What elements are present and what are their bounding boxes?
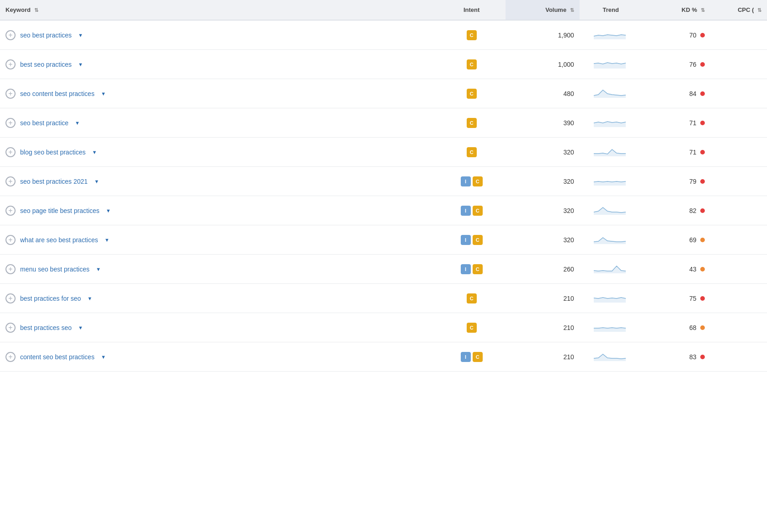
add-keyword-button[interactable]: + <box>5 323 16 333</box>
kd-sort-icon[interactable]: ⇅ <box>701 7 705 13</box>
col-header-cpc[interactable]: CPC ( ⇅ <box>710 0 767 20</box>
kd-value: 70 <box>689 32 697 39</box>
keyword-link[interactable]: blog seo best practices <box>20 149 85 156</box>
intent-badge-i[interactable]: I <box>461 264 471 274</box>
keyword-link[interactable]: best seo practices <box>20 61 72 68</box>
intent-badge-i[interactable]: I <box>461 235 471 245</box>
cpc-cell <box>710 284 767 313</box>
intent-badge-c[interactable]: C <box>467 118 477 128</box>
keyword-dropdown-arrow[interactable]: ▼ <box>78 32 83 38</box>
volume-cell: 390 <box>506 108 580 138</box>
add-keyword-button[interactable]: + <box>5 235 16 245</box>
keyword-cell-5: +seo best practices 2021 ▼ <box>0 167 437 196</box>
col-header-kd[interactable]: KD % ⇅ <box>642 0 710 20</box>
intent-badge-i[interactable]: I <box>461 206 471 216</box>
keyword-link[interactable]: seo best practice <box>20 119 69 127</box>
trend-sparkline <box>594 28 628 41</box>
intent-badge-c[interactable]: C <box>467 147 477 157</box>
keyword-dropdown-arrow[interactable]: ▼ <box>106 208 111 213</box>
intent-badge-c[interactable]: C <box>473 235 483 245</box>
add-keyword-button[interactable]: + <box>5 264 16 274</box>
kd-cell: 68 <box>642 313 710 342</box>
volume-cell: 320 <box>506 167 580 196</box>
add-keyword-button[interactable]: + <box>5 118 16 128</box>
keyword-dropdown-arrow[interactable]: ▼ <box>94 179 99 184</box>
intent-badge-c[interactable]: C <box>473 176 483 186</box>
intent-badge-c[interactable]: C <box>467 59 477 69</box>
kd-cell: 76 <box>642 50 710 79</box>
keyword-link[interactable]: menu seo best practices <box>20 266 90 273</box>
keyword-link[interactable]: seo content best practices <box>20 90 95 97</box>
keyword-dropdown-arrow[interactable]: ▼ <box>92 149 97 155</box>
kd-cell: 83 <box>642 342 710 372</box>
keyword-link[interactable]: best practices seo <box>20 324 72 331</box>
intent-cell: C <box>437 138 506 167</box>
add-keyword-button[interactable]: + <box>5 147 16 157</box>
keyword-dropdown-arrow[interactable]: ▼ <box>78 325 83 330</box>
trend-sparkline <box>594 203 628 216</box>
intent-badge-i[interactable]: I <box>461 352 471 362</box>
keyword-dropdown-arrow[interactable]: ▼ <box>101 354 106 360</box>
kd-dot <box>700 296 705 301</box>
add-keyword-button[interactable]: + <box>5 30 16 40</box>
intent-badge-c[interactable]: C <box>473 264 483 274</box>
keyword-dropdown-arrow[interactable]: ▼ <box>104 237 109 243</box>
keyword-link[interactable]: seo best practices 2021 <box>20 178 88 185</box>
intent-badge-c[interactable]: C <box>467 30 477 40</box>
trend-cell <box>580 79 642 108</box>
keyword-dropdown-arrow[interactable]: ▼ <box>96 266 101 272</box>
kd-value: 71 <box>689 119 697 127</box>
intent-cell: C <box>437 284 506 313</box>
keyword-link[interactable]: seo page title best practices <box>20 207 100 214</box>
keyword-dropdown-arrow[interactable]: ▼ <box>87 296 92 301</box>
intent-cell: C <box>437 79 506 108</box>
kd-value: 84 <box>689 90 697 97</box>
keyword-dropdown-arrow[interactable]: ▼ <box>101 91 106 96</box>
add-keyword-button[interactable]: + <box>5 293 16 303</box>
cpc-cell <box>710 79 767 108</box>
kd-value: 43 <box>689 266 697 273</box>
volume-sort-icon[interactable]: ⇅ <box>570 7 574 13</box>
kd-cell: 82 <box>642 196 710 225</box>
cpc-sort-icon[interactable]: ⇅ <box>757 7 762 13</box>
add-keyword-button[interactable]: + <box>5 176 16 186</box>
trend-cell <box>580 225 642 255</box>
cpc-cell <box>710 167 767 196</box>
add-keyword-button[interactable]: + <box>5 89 16 99</box>
add-keyword-button[interactable]: + <box>5 59 16 69</box>
add-keyword-button[interactable]: + <box>5 352 16 362</box>
keyword-cell-3: +seo best practice ▼ <box>0 108 437 138</box>
col-header-keyword[interactable]: Keyword ⇅ <box>0 0 437 20</box>
keyword-link[interactable]: seo best practices <box>20 32 72 39</box>
keyword-cell-9: +best practices for seo ▼ <box>0 284 437 313</box>
add-keyword-button[interactable]: + <box>5 206 16 216</box>
kd-dot <box>700 355 705 359</box>
intent-cell: IC <box>437 167 506 196</box>
intent-badge-c[interactable]: C <box>467 89 477 99</box>
table-row: +best practices seo ▼C210 68 <box>0 313 767 342</box>
intent-badge-c[interactable]: C <box>467 293 477 303</box>
table-row: +seo best practices 2021 ▼IC320 79 <box>0 167 767 196</box>
trend-cell <box>580 255 642 284</box>
kd-dot <box>700 325 705 330</box>
table-row: +what are seo best practices ▼IC320 69 <box>0 225 767 255</box>
keyword-cell-4: +blog seo best practices ▼ <box>0 138 437 167</box>
keyword-link[interactable]: what are seo best practices <box>20 236 98 244</box>
intent-badge-i[interactable]: I <box>461 176 471 186</box>
trend-cell <box>580 313 642 342</box>
intent-badge-c[interactable]: C <box>467 323 477 333</box>
keyword-dropdown-arrow[interactable]: ▼ <box>75 120 80 126</box>
col-header-intent[interactable]: Intent <box>437 0 506 20</box>
col-header-volume[interactable]: Volume ⇅ <box>506 0 580 20</box>
table-row: +seo best practice ▼C390 71 <box>0 108 767 138</box>
kd-cell: 69 <box>642 225 710 255</box>
keyword-cell-11: +content seo best practices ▼ <box>0 342 437 372</box>
table-row: +seo best practices ▼C1,900 70 <box>0 20 767 50</box>
keyword-sort-icon[interactable]: ⇅ <box>34 7 38 13</box>
keyword-link[interactable]: best practices for seo <box>20 295 81 302</box>
keyword-table: Keyword ⇅ Intent Volume ⇅ Trend KD % ⇅ <box>0 0 767 372</box>
keyword-link[interactable]: content seo best practices <box>20 353 95 361</box>
intent-badge-c[interactable]: C <box>473 206 483 216</box>
keyword-dropdown-arrow[interactable]: ▼ <box>78 62 83 67</box>
intent-badge-c[interactable]: C <box>473 352 483 362</box>
